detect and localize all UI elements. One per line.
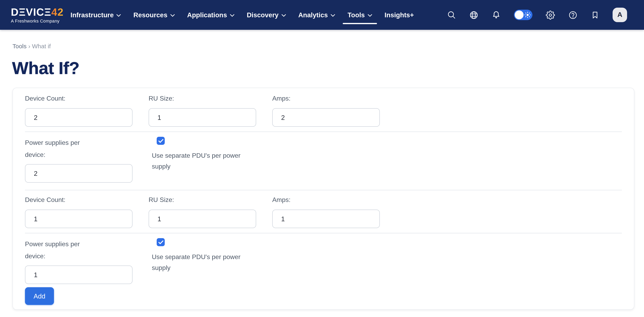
power-supplies-label: Power supplies per device: [25,238,94,262]
breadcrumb: Tools › What if [12,43,644,49]
breadcrumb-current: What if [32,43,51,49]
ru-size-field: RU Size: [148,195,256,228]
check-icon [158,240,163,244]
breadcrumb-tools[interactable]: Tools [12,43,26,49]
help-icon[interactable] [568,10,578,19]
nav-menu: Infrastructure Resources Applications Di… [70,0,414,30]
top-navbar: DΞVICΞ42 A Freshworks Company Infrastruc… [0,0,644,30]
bookmark-icon[interactable] [591,11,599,19]
device-count-label: Device Count: [25,195,132,205]
chevron-down-icon [331,14,335,17]
logo-text: DΞVICΞ42 [11,7,63,17]
form-row-4: Power supplies per device: Use separate … [13,233,634,284]
ru-size-label: RU Size: [148,195,256,205]
power-supplies-field: Power supplies per device: [25,238,132,284]
amps-field: Amps: [272,195,380,228]
notifications-bell-icon[interactable] [492,10,500,19]
ru-size-input[interactable] [148,210,256,228]
settings-gear-icon[interactable] [546,10,555,19]
amps-input[interactable] [272,108,380,127]
chevron-down-icon [170,14,174,17]
separate-pdu-checkbox-group: Use separate PDU's per power supply [148,238,256,284]
separate-pdu-label: Use separate PDU's per power supply [152,252,247,273]
search-icon[interactable] [447,10,456,19]
device-count-input[interactable] [25,108,132,127]
logo-subtitle: A Freshworks Company [11,19,63,23]
page: DΞVICΞ42 A Freshworks Company Infrastruc… [0,0,644,317]
toggle-knob [515,10,524,19]
user-avatar[interactable]: A [612,8,627,22]
what-if-form-card: Device Count: RU Size: Amps: Power suppl… [12,88,634,310]
separate-pdu-checkbox-group: Use separate PDU's per power supply [148,137,256,183]
page-title: What If? [12,58,644,78]
device-count-field: Device Count: [25,195,132,228]
nav-item-discovery[interactable]: Discovery [247,0,286,30]
chevron-down-icon [368,14,372,17]
power-supplies-input[interactable] [25,266,132,284]
amps-input[interactable] [272,210,380,228]
chevron-down-icon [281,14,286,17]
breadcrumb-separator: › [28,43,30,49]
device-count-label: Device Count: [25,94,132,103]
power-supplies-input[interactable] [25,164,132,183]
chevron-down-icon [116,14,121,17]
form-row-1: Device Count: RU Size: Amps: [13,88,634,132]
nav-item-applications[interactable]: Applications [187,0,234,30]
amps-label: Amps: [272,195,380,205]
form-row-2: Power supplies per device: Use separate … [13,132,634,190]
nav-item-analytics[interactable]: Analytics [298,0,335,30]
device42-logo[interactable]: DΞVICΞ42 A Freshworks Company [11,7,63,23]
form-row-3: Device Count: RU Size: Amps: [13,190,634,233]
ru-size-field: RU Size: [148,94,256,127]
power-supplies-field: Power supplies per device: [25,137,132,183]
nav-item-infrastructure[interactable]: Infrastructure [70,0,121,30]
separate-pdu-label: Use separate PDU's per power supply [152,150,247,172]
globe-icon[interactable] [469,10,478,19]
ru-size-label: RU Size: [148,94,256,103]
nav-item-resources[interactable]: Resources [134,0,175,30]
device-count-field: Device Count: [25,94,132,127]
power-supplies-label: Power supplies per device: [25,137,94,161]
check-icon [158,139,163,143]
ru-size-input[interactable] [148,108,256,127]
navbar-actions: A [447,8,627,22]
separate-pdu-checkbox[interactable] [157,137,165,145]
chevron-down-icon [230,14,234,17]
nav-item-insights[interactable]: Insights+ [384,0,414,30]
amps-field: Amps: [272,94,380,127]
sun-icon [524,12,531,18]
amps-label: Amps: [272,94,380,103]
nav-item-tools[interactable]: Tools [348,0,372,30]
add-button[interactable]: Add [25,287,54,305]
avatar-initial: A [618,11,622,19]
device-count-input[interactable] [25,210,132,228]
separate-pdu-checkbox[interactable] [157,238,165,246]
theme-toggle[interactable] [514,10,532,20]
